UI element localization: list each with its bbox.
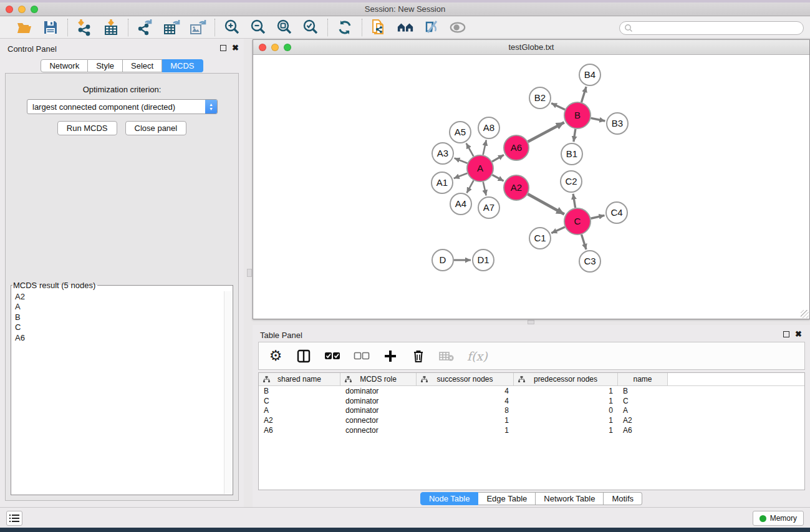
function-builder-icon[interactable]: f(x) xyxy=(467,347,488,365)
run-mcds-button[interactable]: Run MCDS xyxy=(57,121,117,135)
tab-network-table[interactable]: Network Table xyxy=(536,492,604,505)
edge-B-B2[interactable] xyxy=(551,103,565,109)
result-item[interactable]: B xyxy=(12,312,223,322)
column-header-predecessor-nodes[interactable]: predecessor nodes xyxy=(514,373,618,385)
tab-network[interactable]: Network xyxy=(41,59,88,72)
edge-C-C2[interactable] xyxy=(573,194,576,208)
float-table-panel-icon[interactable] xyxy=(783,331,789,337)
node-C2[interactable]: C2 xyxy=(561,171,582,192)
edge-A-A4[interactable] xyxy=(467,180,474,193)
node-A[interactable]: A xyxy=(467,155,493,181)
column-header-successor-nodes[interactable]: successor nodes xyxy=(417,373,514,385)
node-A3[interactable]: A3 xyxy=(432,143,453,164)
node-A4[interactable]: A4 xyxy=(450,193,471,215)
export-image-icon[interactable] xyxy=(189,19,206,36)
result-item[interactable]: C xyxy=(12,322,223,333)
table-row[interactable]: A6connector11A6 xyxy=(259,425,804,435)
column-header-MCDS-role[interactable]: MCDS role xyxy=(340,373,417,385)
node-C[interactable]: C xyxy=(564,208,591,235)
memory-button[interactable]: Memory xyxy=(753,511,804,526)
edge-A-A3[interactable] xyxy=(455,158,468,163)
node-A1[interactable]: A1 xyxy=(432,172,453,193)
edge-A-A1[interactable] xyxy=(454,173,468,178)
table-divider-grip[interactable] xyxy=(528,320,534,324)
import-table-icon[interactable] xyxy=(102,19,120,36)
export-network-icon[interactable] xyxy=(137,19,154,36)
tab-select[interactable]: Select xyxy=(123,59,162,72)
table-row[interactable]: Bdominator41B xyxy=(259,386,804,396)
search-input[interactable] xyxy=(619,21,804,35)
result-item[interactable]: A2 xyxy=(12,291,223,302)
node-B[interactable]: B xyxy=(564,102,591,128)
zoom-in-icon[interactable] xyxy=(223,19,241,36)
close-panel-icon[interactable]: ✖ xyxy=(232,45,239,51)
edge-A2-C[interactable] xyxy=(528,194,564,214)
edge-C-C4[interactable] xyxy=(591,215,604,218)
node-B4[interactable]: B4 xyxy=(579,64,600,85)
node-A7[interactable]: A7 xyxy=(478,197,499,218)
node-A5[interactable]: A5 xyxy=(450,122,471,143)
first-neighbors-icon[interactable] xyxy=(397,19,414,36)
result-item[interactable]: A6 xyxy=(12,332,223,343)
edge-A-A5[interactable] xyxy=(466,143,474,157)
tab-node-table[interactable]: Node Table xyxy=(420,492,479,505)
edge-C-C1[interactable] xyxy=(551,227,565,233)
close-table-panel-icon[interactable]: ✖ xyxy=(795,331,802,337)
criterion-select[interactable]: largest connected component (directed) ▲… xyxy=(27,99,218,114)
result-item[interactable]: A xyxy=(12,302,223,312)
node-B2[interactable]: B2 xyxy=(529,87,551,109)
column-header-shared-name[interactable]: shared name xyxy=(259,373,340,385)
select-all-rows-icon[interactable] xyxy=(324,347,340,365)
zoom-out-icon[interactable] xyxy=(249,19,267,36)
result-scrollbar[interactable] xyxy=(224,291,232,494)
edge-B-B4[interactable] xyxy=(581,87,586,102)
refresh-icon[interactable] xyxy=(336,19,354,36)
import-network-icon[interactable] xyxy=(76,19,94,36)
add-column-icon[interactable] xyxy=(383,347,398,365)
node-C4[interactable]: C4 xyxy=(606,202,627,223)
node-A8[interactable]: A8 xyxy=(478,117,499,138)
node-C1[interactable]: C1 xyxy=(529,228,551,249)
table-settings-gear-icon[interactable]: ⚙ xyxy=(268,347,283,365)
zoom-selected-icon[interactable] xyxy=(302,19,319,36)
edge-A-A8[interactable] xyxy=(483,140,486,155)
zoom-fit-icon[interactable] xyxy=(276,19,293,36)
edge-B-B1[interactable] xyxy=(574,129,576,142)
window-resize-grip[interactable] xyxy=(801,310,809,318)
panel-divider-grip[interactable] xyxy=(247,269,252,277)
edge-A-A6[interactable] xyxy=(492,155,504,162)
table-row[interactable]: Cdominator41C xyxy=(259,396,804,406)
show-all-icon[interactable] xyxy=(449,19,466,36)
edge-A-A7[interactable] xyxy=(483,181,486,195)
tab-edge-table[interactable]: Edge Table xyxy=(478,492,536,505)
tab-motifs[interactable]: Motifs xyxy=(604,492,642,505)
node-B3[interactable]: B3 xyxy=(607,113,628,134)
export-table-icon[interactable] xyxy=(163,19,180,36)
float-panel-icon[interactable] xyxy=(220,45,226,51)
node-D1[interactable]: D1 xyxy=(473,249,494,271)
tab-mcds[interactable]: MCDS xyxy=(162,59,203,72)
network-canvas[interactable]: B4B2BB3A5A8A6A3B1AA1C2A2A4A7C4CC1C3DD1 xyxy=(253,55,809,319)
table-row[interactable]: Adominator80A xyxy=(259,406,804,416)
close-panel-button[interactable]: Close panel xyxy=(125,121,187,135)
table-row[interactable]: A2connector11A2 xyxy=(259,415,804,425)
delete-columns-icon[interactable] xyxy=(411,347,426,365)
node-A2[interactable]: A2 xyxy=(504,175,529,200)
deselect-all-rows-icon[interactable] xyxy=(354,347,370,365)
split-table-icon[interactable] xyxy=(296,347,311,365)
open-folder-icon[interactable] xyxy=(16,19,33,36)
edge-B-B3[interactable] xyxy=(591,118,605,121)
edge-C-C3[interactable] xyxy=(582,235,586,249)
new-network-from-selection-icon[interactable] xyxy=(370,19,388,36)
tab-style[interactable]: Style xyxy=(88,59,123,72)
save-icon[interactable] xyxy=(42,19,59,36)
column-header-name[interactable]: name xyxy=(618,373,668,385)
task-history-button[interactable] xyxy=(6,511,22,526)
edge-A-A2[interactable] xyxy=(492,175,503,181)
hide-selection-icon[interactable] xyxy=(423,19,440,36)
delete-table-icon[interactable] xyxy=(439,347,454,365)
node-D[interactable]: D xyxy=(432,249,453,271)
node-B1[interactable]: B1 xyxy=(561,143,582,165)
edge-A6-B[interactable] xyxy=(528,122,564,142)
node-A6[interactable]: A6 xyxy=(504,135,529,160)
